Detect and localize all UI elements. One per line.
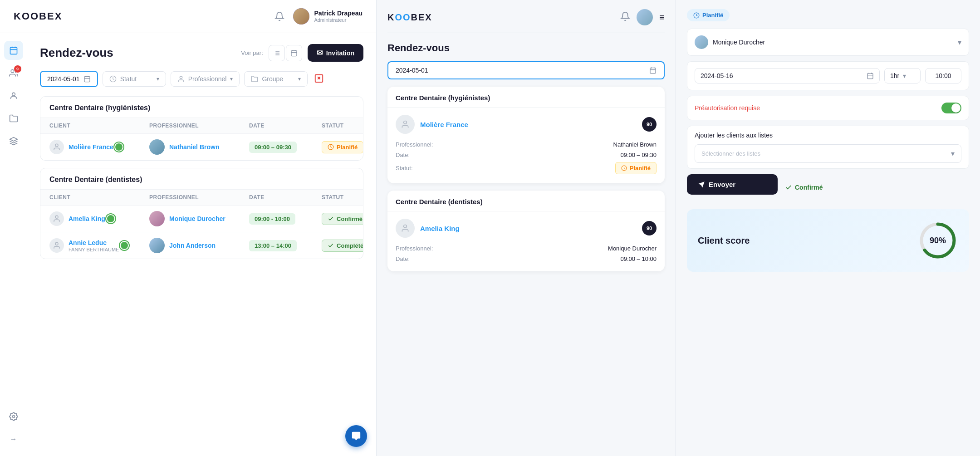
datetime-row: 2024-05-16 1hr ▾ 10:00 (695, 68, 961, 83)
th-date-2: Date (249, 194, 322, 201)
svg-rect-18 (84, 77, 90, 82)
appt-client-row-2: Amelia King 90 (396, 219, 657, 238)
status-badge-2: Confirmé (322, 213, 363, 225)
client-status-dot-3 (120, 241, 129, 250)
pro-avatar-3 (149, 238, 165, 253)
middle-section-title-2: Centre Dentaire (dentistes) (387, 191, 665, 211)
middle-date-filter[interactable]: 2024-05-01 (387, 61, 665, 79)
filter-date-value: 2024-05-01 (47, 75, 80, 83)
table-row: Molière France Nathaniel Brown 09:00 – 0… (40, 134, 363, 160)
hamburger-menu[interactable]: ≡ (659, 12, 665, 23)
pro-name-3[interactable]: John Anderson (169, 242, 216, 249)
appt-score-1: 90 (642, 117, 657, 132)
cell-status-3: Complété (322, 240, 363, 252)
page-title: Rendez-vous (40, 46, 113, 60)
groupe-filter[interactable]: Groupe ▾ (244, 71, 308, 87)
client-avatar-3 (49, 238, 64, 253)
statut-chevron: ▾ (157, 76, 159, 82)
filters-row: 2024-05-01 Statut ▾ Professio (40, 71, 363, 87)
doctor-chevron[interactable]: ▾ (958, 38, 961, 47)
appt-detail-row-date: Date: 09:00 – 09:30 (396, 150, 657, 160)
middle-panel: KOOBEX ≡ Rendez-vous 2024-05-01 Centre D… (377, 0, 676, 456)
bell-icon[interactable] (273, 10, 286, 23)
cell-date-1: 09:00 – 09:30 (249, 143, 322, 151)
confirmed-tag: Confirmé (785, 184, 823, 191)
date-field[interactable]: 2024-05-16 (695, 68, 880, 83)
score-value: 90% (930, 236, 946, 245)
clear-filter-btn[interactable] (314, 73, 324, 85)
appt-client-info-2: Amelia King (396, 219, 460, 238)
envoyer-button[interactable]: Envoyer (687, 174, 778, 195)
cell-client-3: Annie Leduc FANNY BERTHIAUME (49, 238, 149, 253)
professionnel-filter[interactable]: Professionnel ▾ (171, 71, 240, 87)
section-title-dentistes: Centre Dentaire (dentistes) (40, 168, 363, 190)
middle-avatar[interactable] (637, 9, 653, 25)
calendar-view-btn[interactable] (286, 45, 302, 61)
middle-section-dentistes: Centre Dentaire (dentistes) Amelia King … (387, 191, 665, 271)
doctor-select-row: Monique Durocher ▾ (695, 35, 961, 49)
section-title-hygienistes: Centre Dentaire (hygiénistes) (40, 97, 363, 118)
lists-select[interactable]: Sélectionner des listes ▾ (695, 144, 961, 163)
invitation-button[interactable]: ✉ Invitation (308, 44, 363, 62)
sidebar-item-layers[interactable] (4, 132, 23, 151)
middle-header: KOOBEX ≡ (387, 9, 665, 33)
client-avatar-1 (49, 140, 64, 154)
section-hygienistes: Centre Dentaire (hygiénistes) Client Pro… (40, 96, 363, 161)
pro-name-1[interactable]: Nathaniel Brown (169, 143, 219, 151)
sidebar: 9 → (0, 34, 27, 456)
preauth-toggle[interactable] (941, 103, 961, 113)
appt-client-name-2[interactable]: Amelia King (420, 225, 460, 232)
sidebar-item-calendar[interactable] (4, 41, 23, 60)
time-value[interactable]: 10:00 (925, 68, 961, 83)
cell-pro-1: Nathaniel Brown (149, 139, 249, 155)
sidebar-item-groups[interactable] (4, 86, 23, 105)
list-view-btn[interactable] (269, 45, 285, 61)
appt-avatar-2 (396, 219, 415, 238)
client-subname-3: FANNY BERTHIAUME (69, 247, 119, 252)
pro-name-2[interactable]: Monique Durocher (169, 215, 225, 222)
appointment-card-1: Molière France 90 Professionnel: Nathani… (387, 107, 665, 183)
doctor-field[interactable]: Monique Durocher (695, 35, 958, 49)
th-pro-1: Professionnel (149, 123, 249, 129)
lists-placeholder: Sélectionner des listes (701, 150, 760, 157)
status-tag: Planifié (687, 9, 730, 21)
statut-filter[interactable]: Statut ▾ (103, 71, 166, 87)
svg-point-33 (55, 242, 58, 245)
doctor-value: Monique Durocher (713, 39, 765, 46)
sidebar-item-folder[interactable] (4, 109, 23, 128)
lists-label: Ajouter les clients aux listes (687, 126, 969, 144)
appt-detail-row-pro: Professionnel: Nathaniel Brown (396, 139, 657, 150)
avatar (293, 8, 309, 25)
appt-client-name-1[interactable]: Molière France (420, 121, 468, 128)
date-filter[interactable]: 2024-05-01 (40, 71, 98, 87)
client-name-1[interactable]: Molière France (69, 143, 113, 151)
cell-pro-3: John Anderson (149, 238, 249, 253)
cell-date-3: 13:00 – 14:00 (249, 241, 322, 250)
chat-bubble[interactable] (345, 425, 367, 447)
appt-avatar-1 (396, 115, 415, 134)
sidebar-item-settings[interactable] (4, 407, 23, 426)
right-panel: Planifié Monique Durocher ▾ 2024-05-16 1… (676, 0, 980, 456)
th-pro-2: Professionnel (149, 194, 249, 201)
user-info[interactable]: Patrick Drapeau Administrateur (293, 8, 363, 25)
table-header-1: Client Professionnel Date Statut (40, 118, 363, 134)
appointment-card-2: Amelia King 90 Professionnel: Monique Du… (387, 211, 665, 271)
score-title: Client score (698, 235, 750, 246)
preauth-label: Préautorisation requise (695, 104, 760, 112)
sidebar-item-contacts[interactable]: 9 (4, 64, 23, 83)
lists-chevron: ▾ (951, 149, 955, 158)
user-role: Administrateur (314, 17, 363, 23)
sidebar-item-arrow[interactable]: → (4, 430, 23, 449)
header-controls: Voir par: (241, 44, 363, 62)
middle-header-right: ≡ (620, 9, 665, 25)
datetime-group: 2024-05-16 1hr ▾ 10:00 (687, 61, 969, 90)
duration-select[interactable]: 1hr ▾ (884, 68, 921, 83)
middle-bell-icon[interactable] (620, 11, 630, 23)
client-name-2[interactable]: Amelia King (69, 215, 105, 222)
middle-section-hygienistes: Centre Dentaire (hygiénistes) Molière Fr… (387, 87, 665, 183)
client-name-3[interactable]: Annie Leduc (69, 239, 107, 246)
header-right: Patrick Drapeau Administrateur (273, 8, 363, 25)
pro-avatar-2 (149, 211, 165, 226)
th-client-1: Client (49, 123, 149, 129)
client-status-dot-2 (106, 214, 115, 223)
